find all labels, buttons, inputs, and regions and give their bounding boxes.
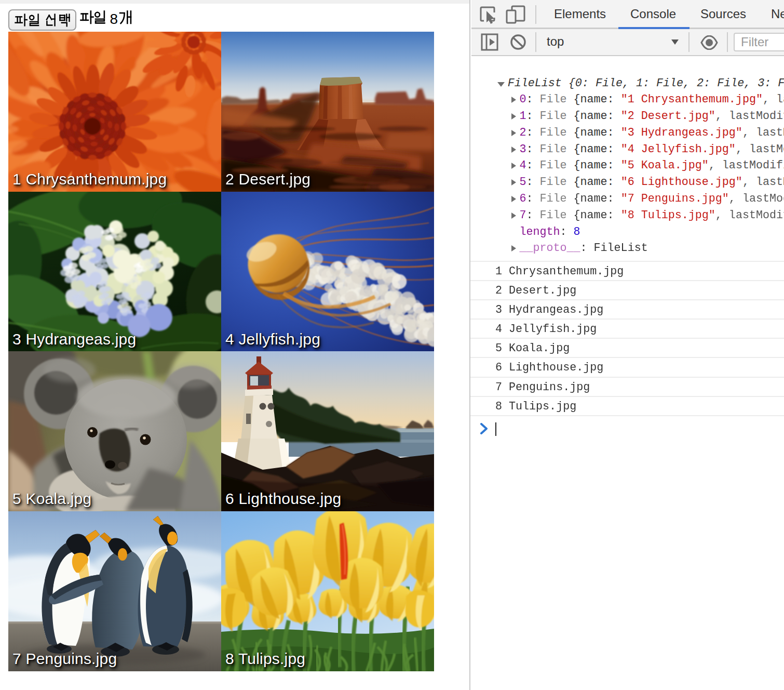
svg-text:8: 8 (110, 11, 118, 27)
